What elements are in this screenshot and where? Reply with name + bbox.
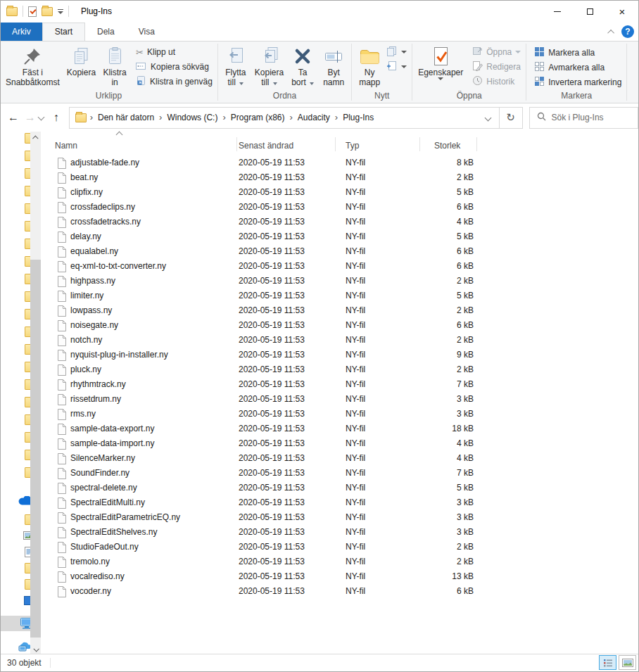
nav-item-disk[interactable] [1, 592, 30, 608]
breadcrumb-item[interactable]: Den här datorn [95, 113, 157, 122]
file-row[interactable]: sample-data-import.ny2020-05-19 11:53NY-… [41, 437, 638, 452]
breadcrumb-item[interactable]: Audacity [295, 113, 333, 122]
file-name[interactable]: vocalrediso.ny [70, 571, 125, 581]
file-row[interactable]: rhythmtrack.ny2020-05-19 11:53NY-fil7 kB [41, 378, 638, 393]
history-button[interactable]: Historik [472, 75, 521, 88]
file-name[interactable]: sample-data-export.ny [70, 424, 154, 433]
nav-item-folder[interactable] [1, 148, 30, 163]
file-name[interactable]: tremolo.ny [70, 557, 110, 566]
new-folder-quick-icon[interactable] [42, 7, 53, 16]
file-row[interactable]: SpectralEditShelves.ny2020-05-19 11:53NY… [41, 526, 638, 540]
forward-button[interactable]: → [22, 111, 39, 124]
file-name[interactable]: noisegate.ny [70, 320, 118, 330]
file-row[interactable]: StudioFadeOut.ny2020-05-19 11:53NY-fil2 … [41, 540, 638, 555]
select-none-button[interactable]: Avmarkera alla [534, 61, 621, 74]
scroll-up-icon[interactable] [30, 132, 41, 144]
file-name[interactable]: limiter.ny [70, 291, 103, 300]
nav-item-folder[interactable] [1, 341, 30, 357]
file-name[interactable]: crossfadetracks.ny [70, 217, 141, 227]
divider[interactable] [419, 137, 420, 151]
file-row[interactable]: vocalrediso.ny2020-05-19 11:53NY-fil13 k… [41, 570, 638, 585]
file-name[interactable]: nyquist-plug-in-installer.ny [70, 350, 168, 360]
customize-qat-button[interactable] [58, 9, 63, 14]
file-name[interactable]: eq-xml-to-txt-converter.ny [70, 261, 166, 271]
file-name[interactable]: SoundFinder.ny [70, 468, 129, 478]
nav-item-folder[interactable] [1, 512, 30, 527]
file-name[interactable]: equalabel.ny [70, 246, 118, 256]
file-row[interactable]: highpass.ny2020-05-19 11:53NY-fil2 kB [41, 274, 638, 289]
file-name[interactable]: rms.ny [70, 409, 96, 419]
up-button[interactable]: ↑ [48, 111, 65, 124]
column-header-modified[interactable]: Senast ändrad [239, 141, 293, 151]
details-view-button[interactable] [599, 655, 616, 670]
nav-item-picture[interactable] [1, 528, 30, 543]
nav-item-folder[interactable] [1, 394, 30, 410]
nav-item-network[interactable] [1, 639, 30, 654]
file-row[interactable]: rissetdrum.ny2020-05-19 11:53NY-fil3 kB [41, 393, 638, 407]
minimize-button[interactable] [541, 1, 574, 22]
rename-button[interactable]: Byt namn [318, 43, 349, 87]
copy-path-button[interactable]: Kopiera sökväg [136, 61, 213, 73]
file-row[interactable]: limiter.ny2020-05-19 11:53NY-fil5 kB [41, 289, 638, 304]
edit-button[interactable]: Redigera [472, 61, 521, 73]
file-row[interactable]: noisegate.ny2020-05-19 11:53NY-fil6 kB [41, 319, 638, 334]
maximize-button[interactable] [574, 1, 606, 22]
file-name[interactable]: StudioFadeOut.ny [70, 542, 139, 552]
file-row[interactable]: eq-xml-to-txt-converter.ny2020-05-19 11:… [41, 260, 638, 274]
file-row[interactable]: adjustable-fade.ny2020-05-19 11:53NY-fil… [41, 156, 638, 171]
delete-button[interactable]: Ta bort [287, 43, 318, 87]
file-row[interactable]: clipfix.ny2020-05-19 11:53NY-fil5 kB [41, 186, 638, 201]
column-header-size[interactable]: Storlek [434, 141, 460, 151]
file-name[interactable]: spectral-delete.ny [70, 483, 137, 493]
file-name[interactable]: delay.ny [70, 232, 101, 241]
file-row[interactable]: sample-data-export.ny2020-05-19 11:53NY-… [41, 422, 638, 437]
nav-item-folder[interactable] [1, 236, 30, 251]
file-row[interactable]: vocoder.ny2020-05-19 11:53NY-fil6 kB [41, 585, 638, 600]
recent-locations-chevron-icon[interactable] [37, 113, 44, 120]
breadcrumb-item[interactable]: Windows (C:) [164, 113, 220, 122]
refresh-button[interactable]: ↻ [500, 107, 523, 129]
thumbnail-view-button[interactable] [619, 655, 636, 670]
nav-item-folder[interactable] [1, 183, 30, 198]
nav-item-this-pc[interactable] [1, 616, 30, 631]
file-row[interactable]: lowpass.ny2020-05-19 11:53NY-fil2 kB [41, 304, 638, 319]
nav-item-folder[interactable] [1, 289, 30, 304]
nav-item-folder[interactable] [1, 576, 30, 592]
paste-button[interactable]: Klistra in [99, 43, 130, 87]
divider[interactable] [236, 137, 237, 151]
scrollbar-thumb[interactable] [30, 260, 41, 638]
file-name[interactable]: sample-data-import.ny [70, 438, 154, 448]
breadcrumb-item[interactable]: Plug-Ins [340, 113, 377, 122]
nav-item-onedrive[interactable] [1, 493, 30, 508]
address-box[interactable]: ›Den här datorn›Windows (C:)›Program (x8… [69, 107, 500, 129]
copy-button[interactable]: Kopiera [63, 43, 99, 77]
nav-item-folder[interactable] [1, 324, 30, 339]
nav-item-document[interactable] [1, 544, 30, 559]
nav-item-folder[interactable] [1, 271, 30, 286]
file-name[interactable]: pluck.ny [70, 364, 101, 374]
file-row[interactable]: SpectralEditMulti.ny2020-05-19 11:53NY-f… [41, 496, 638, 511]
new-folder-button[interactable]: Ny mapp [354, 43, 385, 87]
tab-file[interactable]: Arkiv [1, 23, 42, 41]
file-row[interactable]: notch.ny2020-05-19 11:53NY-fil2 kB [41, 334, 638, 348]
nav-item-folder[interactable] [1, 132, 30, 146]
file-row[interactable]: SpectralEditParametricEQ.ny2020-05-19 11… [41, 511, 638, 526]
file-name[interactable]: clipfix.ny [70, 187, 103, 197]
divider[interactable] [476, 137, 477, 151]
file-name[interactable]: beat.ny [70, 172, 98, 182]
file-row[interactable]: pluck.ny2020-05-19 11:53NY-fil2 kB [41, 363, 638, 378]
file-name[interactable]: SpectralEditMulti.ny [70, 497, 145, 507]
address-dropdown-chevron-icon[interactable] [484, 114, 491, 121]
file-name[interactable]: SpectralEditShelves.ny [70, 527, 157, 537]
file-row[interactable]: crossfadetracks.ny2020-05-19 11:53NY-fil… [41, 215, 638, 230]
column-header-type[interactable]: Typ [346, 141, 359, 151]
copy-to-button[interactable]: Kopiera till [251, 43, 287, 87]
nav-item-folder[interactable] [1, 447, 30, 462]
move-to-button[interactable]: Flytta till [220, 43, 251, 87]
file-row[interactable]: nyquist-plug-in-installer.ny2020-05-19 1… [41, 348, 638, 363]
file-row[interactable]: beat.ny2020-05-19 11:53NY-fil2 kB [41, 171, 638, 186]
nav-scrollbar[interactable] [30, 132, 41, 655]
easy-access-button[interactable] [386, 46, 407, 58]
pin-to-quick-access-button[interactable]: Fäst i Snabbåtkomst [2, 43, 63, 87]
file-name[interactable]: rhythmtrack.ny [70, 379, 126, 389]
